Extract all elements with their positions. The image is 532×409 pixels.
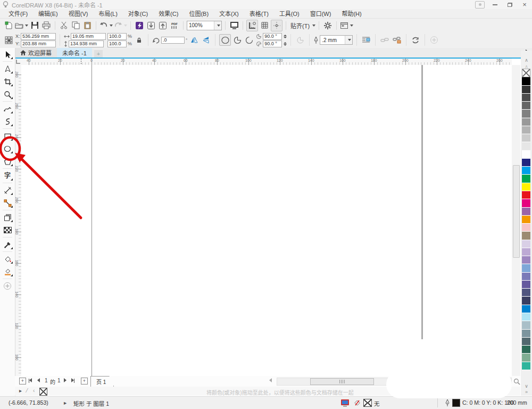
menu-item-5[interactable]: 效果(C) bbox=[153, 10, 184, 18]
palette-swatch-14[interactable] bbox=[522, 183, 530, 191]
paste-button[interactable] bbox=[82, 20, 93, 31]
shape-tool[interactable] bbox=[1, 62, 14, 75]
palette-scroll-down-icon[interactable]: ∨ bbox=[525, 384, 528, 389]
palette-swatch-29[interactable] bbox=[522, 305, 530, 313]
previous-page-button[interactable] bbox=[37, 378, 40, 383]
palette-swatch-16[interactable] bbox=[522, 199, 530, 207]
show-guidelines-toggle[interactable] bbox=[271, 20, 282, 31]
application-launcher-button[interactable] bbox=[340, 20, 353, 31]
ellipse-mode-button[interactable] bbox=[219, 34, 231, 46]
pie-end-spinner[interactable] bbox=[284, 42, 287, 46]
menu-item-8[interactable]: 表格(T) bbox=[244, 10, 274, 18]
palette-swatch-2[interactable] bbox=[522, 86, 530, 94]
connector-tool[interactable] bbox=[1, 197, 14, 209]
palette-swatch-31[interactable] bbox=[522, 321, 530, 329]
mirror-vertical-button[interactable] bbox=[201, 35, 211, 45]
navigator-button[interactable] bbox=[512, 377, 521, 386]
artistic-media-tool[interactable] bbox=[1, 115, 14, 128]
import-button[interactable] bbox=[146, 20, 156, 31]
menu-item-4[interactable]: 对象(C) bbox=[123, 10, 153, 18]
unlink-button[interactable] bbox=[392, 35, 402, 45]
pick-tool[interactable] bbox=[1, 48, 14, 61]
open-button[interactable] bbox=[15, 20, 28, 31]
change-direction-button[interactable] bbox=[295, 35, 305, 45]
palette-swatch-25[interactable] bbox=[522, 273, 530, 281]
tab-welcome-screen[interactable]: 欢迎屏幕 bbox=[15, 48, 57, 58]
link-button[interactable] bbox=[379, 35, 390, 45]
docpal-scroll-left-icon[interactable]: ‹ bbox=[33, 388, 35, 394]
drop-shadow-tool[interactable] bbox=[1, 211, 14, 224]
publish-pdf-button[interactable]: PDF bbox=[169, 20, 180, 31]
palette-swatch-23[interactable] bbox=[522, 256, 530, 264]
palette-swatch-6[interactable] bbox=[522, 118, 530, 126]
outline-width-combo[interactable] bbox=[320, 35, 353, 45]
object-origin-button[interactable] bbox=[3, 35, 14, 45]
zoom-level-combo[interactable] bbox=[187, 21, 222, 30]
outline-pen-status-icon[interactable] bbox=[445, 399, 450, 408]
menu-item-2[interactable]: 视图(V) bbox=[63, 10, 94, 18]
object-width-input[interactable] bbox=[71, 33, 106, 40]
new-tab-button[interactable]: + bbox=[94, 50, 103, 58]
menu-item-1[interactable]: 编辑(E) bbox=[33, 10, 63, 18]
rotation-angle-input[interactable] bbox=[161, 37, 185, 44]
wrap-text-button[interactable] bbox=[361, 35, 371, 45]
minimize-button[interactable] bbox=[487, 0, 502, 9]
palette-swatch-3[interactable] bbox=[522, 94, 530, 102]
undo-button[interactable] bbox=[99, 20, 113, 31]
menu-item-9[interactable]: 工具(O) bbox=[274, 10, 305, 18]
hscroll-left-icon[interactable] bbox=[269, 378, 272, 383]
menu-item-0[interactable]: 文件(F) bbox=[3, 10, 33, 18]
scale-y-input[interactable] bbox=[107, 40, 127, 47]
palette-swatch-32[interactable] bbox=[522, 330, 530, 338]
smart-fill-tool[interactable] bbox=[1, 265, 14, 278]
palette-swatch-5[interactable] bbox=[522, 110, 530, 118]
zoom-level-input[interactable] bbox=[187, 22, 214, 29]
outline-color-swatch[interactable] bbox=[452, 399, 460, 407]
new-document-button[interactable] bbox=[3, 20, 14, 31]
color-eyedropper-tool[interactable] bbox=[1, 238, 14, 251]
crop-tool[interactable] bbox=[1, 75, 14, 88]
rectangle-tool[interactable] bbox=[1, 129, 14, 142]
palette-swatch-33[interactable] bbox=[522, 338, 530, 346]
next-page-button[interactable] bbox=[64, 378, 66, 383]
palette-scroll-up-icon[interactable]: ∧ bbox=[525, 58, 528, 63]
cut-button[interactable] bbox=[59, 20, 69, 31]
freehand-tool[interactable] bbox=[1, 102, 14, 115]
dimension-tool[interactable] bbox=[1, 184, 14, 197]
palette-swatch-22[interactable] bbox=[522, 248, 530, 256]
menu-item-3[interactable]: 布局(L) bbox=[93, 10, 122, 18]
palette-swatch-17[interactable] bbox=[522, 208, 530, 216]
menu-item-6[interactable]: 位图(B) bbox=[184, 10, 214, 18]
mirror-horizontal-button[interactable] bbox=[189, 35, 200, 45]
add-property-button[interactable] bbox=[429, 35, 439, 45]
pie-end-angle-input[interactable] bbox=[263, 40, 282, 47]
fullscreen-preview-button[interactable] bbox=[229, 20, 239, 31]
object-y-input[interactable] bbox=[21, 40, 56, 47]
palette-swatch-13[interactable] bbox=[522, 175, 530, 183]
palette-swatch-30[interactable] bbox=[522, 313, 530, 321]
redo-dropdown-icon[interactable] bbox=[124, 24, 127, 27]
zoom-tool[interactable] bbox=[1, 88, 14, 101]
palette-swatch-15[interactable] bbox=[522, 191, 530, 199]
interactive-fill-tool[interactable] bbox=[1, 252, 14, 265]
page-tab[interactable]: 页 1 bbox=[90, 376, 114, 387]
print-button[interactable] bbox=[41, 20, 52, 31]
menu-item-10[interactable]: 窗口(W) bbox=[305, 10, 337, 18]
customize-toolbox-button[interactable] bbox=[1, 280, 14, 292]
options-button[interactable] bbox=[322, 20, 333, 31]
drawing-canvas[interactable] bbox=[21, 65, 512, 376]
fill-color-icon[interactable] bbox=[353, 399, 361, 408]
palette-swatch-27[interactable] bbox=[522, 289, 530, 297]
scale-x-input[interactable] bbox=[107, 33, 127, 40]
account-button[interactable] bbox=[472, 0, 487, 9]
palette-swatch-7[interactable] bbox=[522, 126, 530, 134]
pie-start-angle-input[interactable] bbox=[263, 33, 282, 40]
close-button[interactable]: × bbox=[517, 0, 532, 9]
horizontal-scrollbar-thumb[interactable] bbox=[310, 378, 374, 385]
add-page-before-button[interactable]: + bbox=[19, 378, 26, 385]
palette-swatch-21[interactable] bbox=[522, 240, 530, 248]
copy-button[interactable] bbox=[70, 20, 81, 31]
palette-swatch-12[interactable] bbox=[522, 167, 530, 175]
palette-swatch-1[interactable] bbox=[522, 77, 530, 85]
add-page-after-button[interactable]: + bbox=[81, 378, 88, 385]
